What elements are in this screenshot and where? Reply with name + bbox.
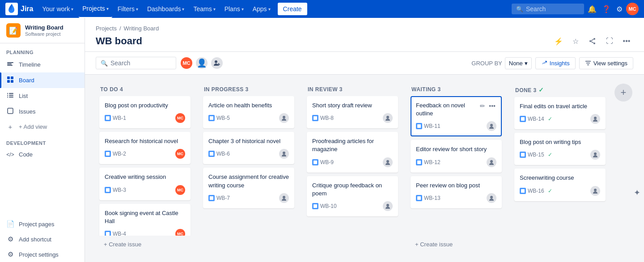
card[interactable]: Blog post on productivityWB-1MC: [99, 96, 191, 128]
column-inprogress: IN PROGRESS 3Article on health benefitsW…: [199, 82, 298, 255]
card-avatar[interactable]: [279, 149, 289, 159]
card[interactable]: Course assignment for creative writing c…: [203, 168, 294, 208]
card[interactable]: Book signing event at Castle HallWB-4MC: [99, 204, 191, 236]
nav-apps[interactable]: Apps ▾: [249, 0, 274, 18]
edit-icon[interactable]: ✏: [479, 101, 486, 110]
card-id: WB-5: [208, 115, 230, 121]
card[interactable]: Chapter 3 of historical novelWB-6: [203, 132, 294, 164]
card[interactable]: Short story draft reviewWB-8: [307, 96, 398, 128]
nav-your-work[interactable]: Your work ▾: [38, 0, 77, 18]
notifications-icon[interactable]: 🔔: [586, 3, 598, 15]
card-id-text: WB-2: [113, 151, 126, 157]
view-settings-button[interactable]: View settings: [579, 57, 633, 69]
svg-point-33: [283, 152, 285, 154]
sidebar-item-label: Timeline: [19, 61, 41, 68]
card[interactable]: Creative writing sessionWB-3MC: [99, 168, 191, 200]
svg-line-19: [591, 42, 593, 43]
card[interactable]: Critique group feedback on poemWB-10: [307, 176, 398, 216]
column-header: TO DO 4: [96, 82, 194, 96]
project-icon: 📝: [6, 23, 21, 38]
card[interactable]: Screenwriting courseWB-16✓: [514, 169, 606, 201]
sidebar-item-label: Code: [19, 151, 33, 158]
card-avatar[interactable]: MC: [175, 149, 185, 159]
card-id-text: WB-3: [113, 187, 126, 193]
sidebar-item-add-shortcut[interactable]: ⚙ Add shortcut: [0, 232, 85, 247]
card[interactable]: Editor review for short storyWB-12: [411, 140, 502, 172]
search-bar[interactable]: 🔍: [512, 4, 584, 14]
card-avatar[interactable]: MC: [175, 185, 185, 195]
card-avatar[interactable]: [487, 121, 496, 131]
sidebar-item-issues[interactable]: Issues: [0, 104, 85, 119]
ai-sparkle-icon[interactable]: ✦: [634, 188, 640, 198]
card-id-text: WB-1: [113, 115, 126, 121]
project-header[interactable]: 📝 Writing Board Software project: [0, 18, 85, 43]
settings-icon[interactable]: ⚙: [614, 3, 624, 15]
nav-filters[interactable]: Filters ▾: [114, 0, 142, 18]
card-avatar[interactable]: [279, 193, 289, 203]
card-avatar[interactable]: [383, 157, 393, 167]
nav-teams[interactable]: Teams ▾: [190, 0, 219, 18]
card-id-text: WB-14: [528, 116, 544, 122]
card-id-text: WB-5: [216, 115, 230, 121]
board-search-input[interactable]: [110, 59, 164, 67]
svg-point-37: [386, 116, 389, 118]
sidebar-item-board[interactable]: Board: [0, 72, 85, 88]
lightning-icon[interactable]: ⚡: [552, 34, 565, 48]
sidebar-item-project-pages[interactable]: 📄 Project pages: [0, 216, 85, 232]
card-avatar[interactable]: [487, 193, 496, 203]
card[interactable]: Blog post on writing tipsWB-15✓: [514, 133, 606, 165]
board-search[interactable]: 🔍: [96, 57, 176, 69]
sidebar-item-code[interactable]: </> Code: [0, 148, 85, 161]
group-by-select[interactable]: None ▾: [505, 57, 532, 69]
sidebar-item-list[interactable]: List: [0, 88, 85, 104]
sidebar-item-add-view[interactable]: + + Add view: [0, 119, 85, 134]
card-avatar[interactable]: MC: [175, 229, 185, 236]
card-type-icon: [312, 115, 318, 121]
svg-rect-26: [106, 116, 110, 120]
avatar-unknown[interactable]: 👤: [195, 56, 208, 70]
breadcrumb-projects[interactable]: Projects: [96, 25, 117, 32]
card-avatar[interactable]: [383, 201, 393, 211]
card-avatar[interactable]: [383, 113, 393, 123]
card-avatar[interactable]: [590, 150, 600, 160]
column-body: Final edits on travel articleWB-14✓Blog …: [511, 97, 609, 255]
nav-dashboards[interactable]: Dashboards ▾: [144, 0, 188, 18]
sidebar-item-project-settings[interactable]: ⚙ Project settings: [0, 247, 85, 262]
share-icon[interactable]: [586, 34, 599, 48]
card[interactable]: Feedback on novel outline✏•••WB-11: [411, 96, 502, 136]
more-options-icon[interactable]: •••: [488, 101, 496, 110]
card[interactable]: Proofreading articles for magazineWB-9: [307, 132, 398, 172]
user-avatar[interactable]: MC: [626, 3, 639, 15]
chevron-icon: ▾: [136, 7, 138, 12]
avatar-mc[interactable]: MC: [180, 56, 193, 70]
nav-projects[interactable]: Projects ▾: [79, 0, 112, 18]
add-member-button[interactable]: [210, 56, 224, 70]
card[interactable]: Peer review on blog postWB-13: [411, 176, 502, 208]
card[interactable]: Article on health benefitsWB-5: [203, 96, 294, 128]
search-input[interactable]: [526, 5, 580, 13]
card[interactable]: Final edits on travel articleWB-14✓: [514, 97, 606, 129]
create-issue-button[interactable]: + Create issue: [99, 237, 191, 251]
add-column-button[interactable]: +: [614, 84, 632, 101]
create-issue-button[interactable]: + Create issue: [411, 237, 502, 251]
breadcrumb-writing-board[interactable]: Writing Board: [124, 25, 159, 32]
chevron-icon: ▾: [71, 7, 73, 12]
nav-plans[interactable]: Plans ▾: [221, 0, 247, 18]
card-avatar[interactable]: [590, 186, 600, 196]
card-avatar[interactable]: [279, 113, 289, 123]
card-avatar[interactable]: [487, 157, 496, 167]
card-avatar[interactable]: [590, 114, 600, 124]
card-done-check: ✓: [548, 152, 552, 158]
card[interactable]: Research for historical novelWB-2MC: [99, 132, 191, 164]
help-icon[interactable]: ❓: [600, 3, 613, 15]
card-title: Creative writing session: [105, 173, 185, 181]
more-icon[interactable]: •••: [620, 34, 633, 48]
insights-button[interactable]: Insights: [535, 57, 576, 69]
create-button[interactable]: Create: [278, 3, 307, 15]
svg-point-41: [386, 204, 389, 207]
sidebar-item-timeline[interactable]: Timeline: [0, 57, 85, 72]
app-logo[interactable]: Jira: [5, 3, 33, 15]
card-avatar[interactable]: MC: [175, 113, 185, 123]
star-icon[interactable]: ☆: [569, 34, 582, 48]
fullscreen-icon[interactable]: ⛶: [603, 34, 616, 48]
